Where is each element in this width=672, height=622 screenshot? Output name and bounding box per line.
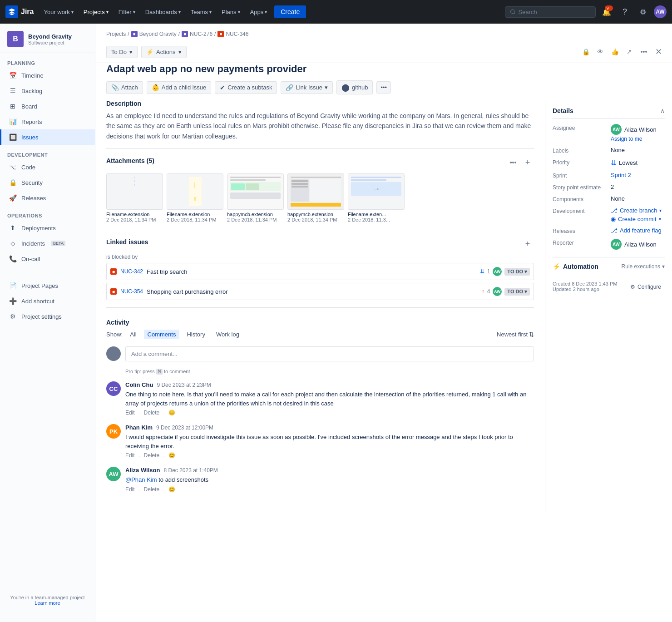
edit-comment-button[interactable]: Edit xyxy=(125,452,135,459)
react-button[interactable]: 😊 xyxy=(168,452,175,459)
sidebar-footer-link[interactable]: Learn more xyxy=(7,600,88,606)
attachment-thumb-4 xyxy=(287,173,344,210)
details-title: Details xyxy=(553,107,573,114)
react-button[interactable]: 😊 xyxy=(168,410,175,417)
sidebar-item-project-settings[interactable]: ⚙ Project settings xyxy=(0,309,95,324)
status-todo-342[interactable]: TO DO ▾ xyxy=(504,268,530,276)
add-feature-flag-link[interactable]: ⎇ Add feature flag xyxy=(611,227,662,234)
search-bar[interactable] xyxy=(505,6,596,18)
search-input[interactable] xyxy=(519,9,591,15)
notifications-button[interactable]: 🔔 9+ xyxy=(599,5,614,19)
comment-input-row: Add a comment... xyxy=(106,346,534,361)
nav-plans[interactable]: Plans ▾ xyxy=(217,6,245,18)
sidebar-item-backlog[interactable]: ☰ Backlog xyxy=(0,83,95,99)
breadcrumb-beyond-gravity[interactable]: ■ Beyond Gravity xyxy=(131,31,177,37)
attach-icon: 📎 xyxy=(111,84,119,91)
project-type: Software project xyxy=(28,40,72,45)
meta-footer: Created 8 Dec 2023 1:43 PM Updated 2 hou… xyxy=(553,281,617,292)
logo[interactable]: Jira xyxy=(5,5,34,18)
settings-button[interactable]: ⚙ xyxy=(636,5,650,19)
sprint-value[interactable]: Sprint 2 xyxy=(611,172,665,178)
status-label: To Do xyxy=(111,49,127,55)
user-avatar[interactable]: AW xyxy=(654,5,667,18)
nav-dashboards[interactable]: Dashboards ▾ xyxy=(141,6,185,18)
sidebar-item-issues[interactable]: 🔲 Issues xyxy=(0,129,95,145)
help-button[interactable]: ? xyxy=(618,5,632,19)
create-subtask-button[interactable]: ✔ Create a subtask xyxy=(215,81,277,94)
filter-worklog[interactable]: Work log xyxy=(212,330,243,339)
sidebar-item-security[interactable]: 🔒 Security xyxy=(0,175,95,190)
attachment-item[interactable]: → Filename.exten... 2 Dec 2018, 11:3... xyxy=(348,173,405,222)
sidebar-item-deployments[interactable]: ⬆ Deployments xyxy=(0,220,95,236)
newest-first[interactable]: Newest first ⇅ xyxy=(497,331,534,338)
add-child-issue-button[interactable]: 👶 Add a child issue xyxy=(147,81,211,94)
sidebar-item-reports[interactable]: 📊 Reports xyxy=(0,114,95,129)
attachment-item[interactable]: happymcb.extension 2 Dec 2018, 11:34 PM xyxy=(227,173,284,222)
nav-teams[interactable]: Teams ▾ xyxy=(186,6,216,18)
filter-comments[interactable]: Comments xyxy=(144,330,180,339)
sidebar-item-board[interactable]: ⊞ Board xyxy=(0,99,95,114)
create-commit-link[interactable]: ◉ Create commit ▾ xyxy=(611,216,662,222)
nav-filter[interactable]: Filter ▾ xyxy=(114,6,140,18)
filter-history[interactable]: History xyxy=(183,330,208,339)
sidebar-item-timeline[interactable]: 📅 Timeline xyxy=(0,68,95,83)
attachments-more-icon[interactable]: ••• xyxy=(507,156,519,169)
delete-comment-button[interactable]: Delete xyxy=(144,486,160,494)
edit-comment-button[interactable]: Edit xyxy=(125,410,135,417)
create-button[interactable]: Create xyxy=(274,5,306,18)
actions-button[interactable]: ⚡ Actions ▾ xyxy=(141,46,187,58)
sidebar-item-oncall[interactable]: 📞 On-call xyxy=(0,251,95,267)
more-actions-button[interactable]: ••• xyxy=(376,81,391,94)
lowest-priority-icon: ⇊ xyxy=(611,158,617,167)
linked-issue-title-354: Shopping cart purchasing error xyxy=(147,288,478,295)
sidebar-item-add-shortcut[interactable]: ➕ Add shortcut xyxy=(0,293,95,309)
linked-issue-key-342[interactable]: NUC-342 xyxy=(120,268,143,275)
share-icon[interactable]: ↗ xyxy=(623,45,636,58)
configure-button[interactable]: ⚙ Configure xyxy=(627,282,665,292)
details-sprint-row: Sprint Sprint 2 xyxy=(553,172,665,179)
comment-item: AW Aliza Wilson 8 Dec 2023 at 1:40PM @Ph… xyxy=(106,467,534,494)
close-icon[interactable]: ✕ xyxy=(652,45,665,58)
add-linked-issue-icon[interactable]: + xyxy=(521,237,534,250)
assignee-label: Assignee xyxy=(553,124,607,131)
breadcrumb-nuc276[interactable]: ■ NUC-276 xyxy=(182,31,212,37)
breadcrumb-projects[interactable]: Projects xyxy=(106,31,126,37)
create-branch-link[interactable]: ⎇ Create branch ▾ xyxy=(611,207,662,214)
status-todo-354[interactable]: TO DO ▾ xyxy=(504,288,530,296)
collapse-details-icon[interactable]: ∧ xyxy=(660,107,665,114)
nav-apps[interactable]: Apps ▾ xyxy=(246,6,272,18)
react-button[interactable]: 😊 xyxy=(168,486,175,494)
assign-me-link[interactable]: Assign to me xyxy=(611,136,657,142)
sidebar-item-releases[interactable]: 🚀 Releases xyxy=(0,190,95,206)
link-issue-button[interactable]: 🔗 Link Issue ▾ xyxy=(281,81,333,94)
description-text: As an employee I'd need to understand th… xyxy=(106,111,534,141)
attachments-add-icon[interactable]: + xyxy=(521,156,534,169)
filter-all[interactable]: All xyxy=(126,330,140,339)
thumbsup-icon[interactable]: 👍 xyxy=(608,45,621,58)
watch-icon[interactable]: 👁 xyxy=(594,45,607,58)
attachment-item[interactable]: Filename.extension 2 Dec 2018, 11:34 PM xyxy=(167,173,223,222)
timeline-icon: 📅 xyxy=(9,71,17,79)
attach-button[interactable]: 📎 Attach xyxy=(106,81,143,94)
comment-author: Aliza Wilson xyxy=(125,467,160,474)
sidebar-item-incidents[interactable]: ◇ Incidents BETA xyxy=(0,236,95,251)
edit-comment-button[interactable]: Edit xyxy=(125,486,135,494)
attachment-item[interactable]: happymcb.extension 2 Dec 2018, 11:34 PM xyxy=(287,173,344,222)
linked-issue-key-354[interactable]: NUC-354 xyxy=(120,288,143,295)
status-button[interactable]: To Do ▾ xyxy=(106,46,138,58)
count-4: 4 xyxy=(487,288,490,295)
delete-comment-button[interactable]: Delete xyxy=(144,452,160,459)
nav-projects[interactable]: Projects ▾ xyxy=(79,6,113,18)
github-button[interactable]: ⬤ github xyxy=(336,80,373,94)
lock-icon[interactable]: 🔒 xyxy=(579,45,592,58)
sidebar-item-project-pages[interactable]: 📄 Project Pages xyxy=(0,278,95,293)
more-icon[interactable]: ••• xyxy=(637,45,650,58)
nav-your-work[interactable]: Your work ▾ xyxy=(39,6,78,18)
linked-issue-meta: ⇊ 1 AW TO DO ▾ xyxy=(480,267,530,276)
rule-executions[interactable]: Rule executions ▾ xyxy=(622,263,665,270)
details-header: Details ∧ xyxy=(553,107,665,118)
comment-input[interactable]: Add a comment... xyxy=(125,346,534,361)
sidebar-item-code[interactable]: ⌥ Code xyxy=(0,159,95,175)
attachment-item[interactable]: Filename.extension 2 Dec 2018, 11:34 PM xyxy=(106,173,163,222)
delete-comment-button[interactable]: Delete xyxy=(144,410,160,417)
